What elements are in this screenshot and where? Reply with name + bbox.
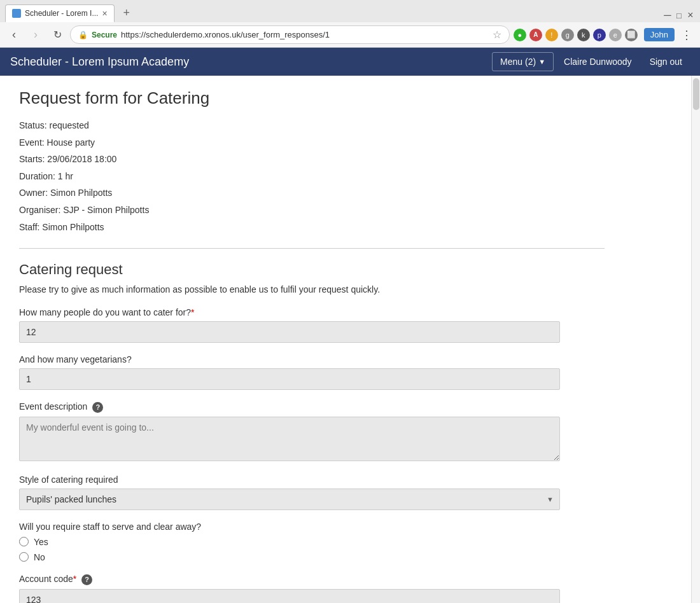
meta-starts: Starts: 29/06/2018 18:00 [19,151,605,168]
menu-button-label: Menu (2) [500,57,536,67]
menu-chevron-icon: ▼ [538,58,545,66]
lock-icon: 🔒 [78,31,88,39]
starts-label: Starts: [19,154,45,164]
profile-badge[interactable]: John [644,28,675,41]
ext-red-icon[interactable]: A [529,29,542,41]
required-star: * [191,307,194,317]
meta-staff: Staff: Simon Philpotts [19,219,605,236]
radio-no-label[interactable]: No [34,552,45,562]
duration-value: 1 hr [58,171,73,181]
organiser-value: SJP - Simon Philpotts [63,205,149,215]
ext-gray-icon[interactable]: g [561,29,574,41]
field-vegetarians-label: And how many vegetarians? [19,354,605,364]
event-desc-help-icon[interactable]: ? [92,402,103,413]
bookmark-icon[interactable]: ☆ [493,29,501,41]
extension-icons: ● A ! g k p e ⬜ [514,29,638,41]
meta-organiser: Organiser: SJP - Simon Philpotts [19,202,605,219]
field-account-code-label: Account code* ? [19,574,605,585]
radio-no[interactable] [19,552,29,562]
field-account-code: Account code* ? [19,574,605,603]
owner-label: Owner: [19,188,48,198]
ext-dark-icon[interactable]: k [577,29,590,41]
ext-light-icon[interactable]: e [609,29,622,41]
status-value: requested [49,120,88,130]
divider [19,248,605,249]
staff-value: Simon Philpotts [42,222,104,232]
tab-favicon [12,9,21,18]
address-bar[interactable]: 🔒 Secure https://schedulerdemo.xronos.uk… [70,25,510,44]
ext-blue-dark-icon[interactable]: p [593,29,606,41]
user-name: Claire Dunwoody [556,53,640,71]
field-style: Style of catering required Pupils' packe… [19,475,605,510]
close-button[interactable]: × [686,11,695,20]
page-body: Request form for Catering Status: reques… [0,76,624,603]
event-value: House party [47,137,95,148]
account-code-input[interactable] [19,589,560,603]
starts-value: 29/06/2018 18:00 [47,154,116,164]
secure-label: Secure [92,31,117,39]
field-event-desc: Event description ? [19,401,605,463]
header-nav: Menu (2) ▼ Claire Dunwoody Sign out [492,52,690,71]
meta-owner: Owner: Simon Philpotts [19,184,605,202]
form-section-desc: Please try to give as much information a… [19,284,605,295]
ext-cast-icon[interactable]: ⬜ [625,29,638,41]
event-label: Event: [19,137,45,148]
back-nav-button[interactable]: ‹ [5,26,23,44]
scrollbar[interactable] [691,76,700,603]
field-style-label: Style of catering required [19,475,605,485]
staff-label: Staff: [19,222,39,232]
catering-count-input[interactable] [19,321,560,343]
vegetarians-input[interactable] [19,368,560,390]
menu-button[interactable]: Menu (2) ▼ [492,52,554,71]
radio-yes-label[interactable]: Yes [34,537,48,547]
minimize-button[interactable]: ─ [663,11,672,20]
tab-close-icon[interactable]: × [102,8,107,18]
url-display: https://schedulerdemo.xronos.uk/user_for… [121,30,489,39]
sign-out-button[interactable]: Sign out [642,53,690,71]
owner-value: Simon Philpotts [50,188,112,198]
field-event-desc-label: Event description ? [19,401,605,413]
new-tab-button[interactable]: + [117,4,137,22]
organiser-label: Organiser: [19,205,60,215]
account-help-icon[interactable]: ? [81,574,92,585]
forward-nav-button[interactable]: › [27,26,45,44]
field-catering-count-label: How many people do you want to cater for… [19,307,605,317]
field-staff-serve-label: Will you require staff to serve and clea… [19,522,605,532]
account-required-star: * [73,574,76,584]
field-vegetarians: And how many vegetarians? [19,354,605,390]
meta-event: Event: House party [19,134,605,151]
app-title: Scheduler - Lorem Ipsum Academy [10,55,492,69]
ext-orange-icon[interactable]: ! [545,29,558,41]
radio-no-group: No [19,552,605,562]
app-header: Scheduler - Lorem Ipsum Academy Menu (2)… [0,48,700,76]
meta-status: Status: requested [19,117,605,134]
tab-title: Scheduler - Lorem I... [25,9,98,18]
browser-tab[interactable]: Scheduler - Lorem I... × [5,4,115,22]
event-desc-textarea[interactable] [19,417,560,461]
page-title: Request form for Catering [19,88,605,108]
form-section-title: Catering request [19,261,605,278]
style-select[interactable]: Pupils' packed lunches Buffet Sit-down m… [19,489,560,510]
ext-green-icon[interactable]: ● [514,29,526,41]
meta-section: Status: requested Event: House party Sta… [19,117,605,235]
chrome-menu-button[interactable]: ⋮ [678,27,695,43]
field-staff-serve: Will you require staff to serve and clea… [19,522,605,562]
reload-button[interactable]: ↻ [48,26,66,44]
status-label: Status: [19,120,47,130]
radio-yes-group: Yes [19,537,605,547]
scroll-thumb[interactable] [693,78,699,110]
field-catering-count: How many people do you want to cater for… [19,307,605,343]
radio-yes[interactable] [19,537,29,546]
duration-label: Duration: [19,171,55,181]
maximize-button[interactable]: □ [675,11,683,20]
meta-duration: Duration: 1 hr [19,168,605,185]
style-select-wrapper: Pupils' packed lunches Buffet Sit-down m… [19,489,560,510]
